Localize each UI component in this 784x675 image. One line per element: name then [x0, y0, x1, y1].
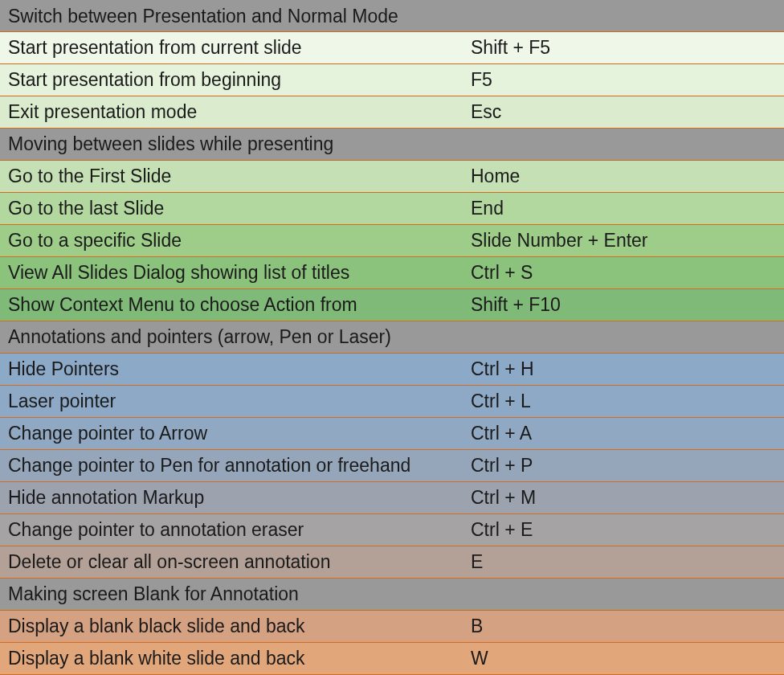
shortcut-table: Switch between Presentation and Normal M… [0, 0, 784, 675]
shortcut-key: Ctrl + A [466, 419, 784, 448]
shortcut-key: Shift + F5 [466, 34, 784, 62]
shortcut-key: Ctrl + H [466, 355, 784, 383]
shortcut-key: Ctrl + E [466, 516, 784, 544]
table-row: Hide annotation Markup Ctrl + M [0, 482, 784, 514]
section-header: Switch between Presentation and Normal M… [0, 0, 784, 32]
table-row: Start presentation from current slide Sh… [0, 32, 784, 64]
section-header: Moving between slides while presenting [0, 129, 784, 161]
table-row: Show Context Menu to choose Action from … [0, 289, 784, 321]
shortcut-description: Go to the last Slide [0, 194, 466, 223]
section-header: Annotations and pointers (arrow, Pen or … [0, 321, 784, 354]
shortcut-key: E [466, 548, 784, 576]
section-title: Moving between slides while presenting [0, 130, 466, 158]
section-title: Switch between Presentation and Normal M… [0, 2, 466, 31]
shortcut-description: Laser pointer [0, 387, 466, 415]
shortcut-key: Home [466, 162, 784, 190]
table-row: Start presentation from beginning F5 [0, 64, 784, 96]
section-empty [466, 13, 784, 19]
table-row: View All Slides Dialog showing list of t… [0, 257, 784, 289]
table-row: Laser pointer Ctrl + L [0, 386, 784, 418]
table-row: Go to a specific Slide Slide Number + En… [0, 225, 784, 257]
table-row: Hide Pointers Ctrl + H [0, 354, 784, 386]
table-row: Go to the First Slide Home [0, 161, 784, 193]
shortcut-description: Go to a specific Slide [0, 227, 466, 255]
table-row: Exit presentation mode Esc [0, 96, 784, 129]
shortcut-description: Go to the First Slide [0, 162, 466, 190]
table-row: Change pointer to Arrow Ctrl + A [0, 418, 784, 450]
table-row: Change pointer to annotation eraser Ctrl… [0, 514, 784, 546]
table-row: Change pointer to Pen for annotation or … [0, 450, 784, 482]
section-empty [466, 334, 784, 341]
section-empty [466, 591, 784, 598]
shortcut-description: View All Slides Dialog showing list of t… [0, 259, 466, 287]
shortcut-description: Show Context Menu to choose Action from [0, 291, 466, 319]
shortcut-description: Exit presentation mode [0, 98, 466, 126]
shortcut-key: End [466, 194, 784, 223]
shortcut-description: Start presentation from beginning [0, 66, 466, 94]
shortcut-description: Delete or clear all on-screen annotation [0, 548, 466, 576]
section-empty [466, 141, 784, 148]
shortcut-description: Start presentation from current slide [0, 34, 466, 62]
shortcut-key: Esc [466, 98, 784, 126]
shortcut-key: B [466, 612, 784, 640]
shortcut-key: Ctrl + M [466, 484, 784, 512]
shortcut-key: W [466, 644, 784, 673]
shortcut-key: Slide Number + Enter [466, 227, 784, 255]
shortcut-key: Ctrl + S [466, 259, 784, 287]
table-row: Display a blank black slide and back B [0, 611, 784, 643]
shortcut-description: Hide annotation Markup [0, 484, 466, 512]
shortcut-description: Change pointer to annotation eraser [0, 516, 466, 544]
shortcut-description: Change pointer to Pen for annotation or … [0, 452, 466, 480]
shortcut-key: Ctrl + L [466, 387, 784, 415]
shortcut-description: Display a blank black slide and back [0, 612, 466, 640]
shortcut-key: F5 [466, 66, 784, 94]
shortcut-description: Display a blank white slide and back [0, 644, 466, 673]
section-title: Making screen Blank for Annotation [0, 580, 466, 608]
table-row: Go to the last Slide End [0, 193, 784, 225]
shortcut-key: Ctrl + P [466, 452, 784, 480]
table-row: Delete or clear all on-screen annotation… [0, 546, 784, 579]
shortcut-description: Change pointer to Arrow [0, 419, 466, 448]
section-title: Annotations and pointers (arrow, Pen or … [0, 323, 466, 351]
table-row: Display a blank white slide and back W [0, 643, 784, 675]
shortcut-key: Shift + F10 [466, 291, 784, 319]
section-header: Making screen Blank for Annotation [0, 579, 784, 611]
shortcut-description: Hide Pointers [0, 355, 466, 383]
